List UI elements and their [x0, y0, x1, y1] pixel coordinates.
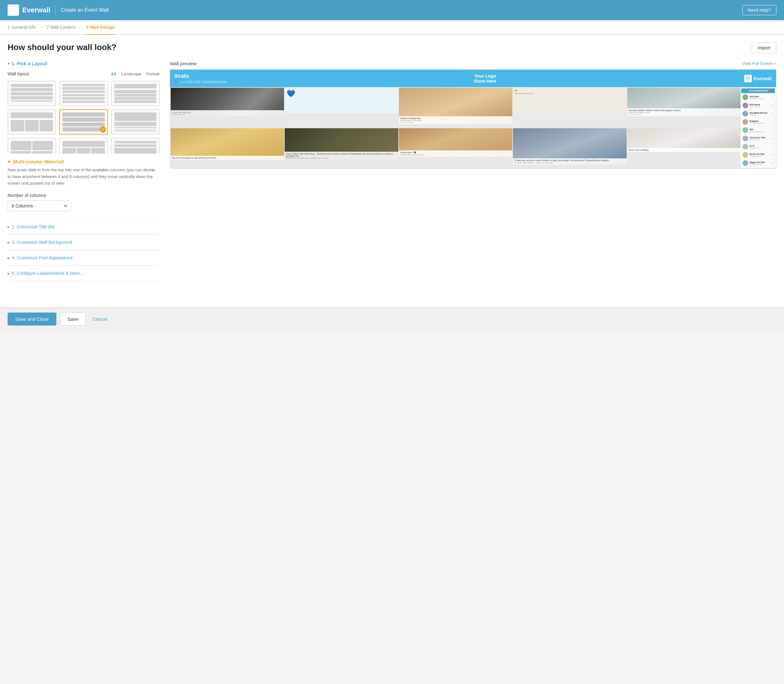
svg-rect-4 [748, 76, 750, 78]
columns-section: Number of columns 4 Columns 5 Columns 6 … [8, 193, 160, 211]
preview-sidebar-item-2: Pets Meow @petsmeow... 2 [741, 102, 775, 110]
expand-leaderboards-label: 5. Configure Leaderboards & More... [12, 271, 84, 276]
filter-portrait[interactable]: Portrait [146, 71, 160, 76]
pick-layout-label: 1. Pick a Layout [11, 61, 47, 66]
svg-rect-1 [14, 7, 16, 10]
wall-preview-header: Wall preview View Full Screen » [170, 61, 776, 66]
preview-logo-icon [744, 75, 752, 82]
layout-description: New posts slide in from the top into one… [8, 167, 160, 187]
layout-item-6[interactable] [111, 109, 160, 135]
layout-item-3[interactable] [111, 81, 160, 106]
expand-wall-bg-label: 3. Customize Wall Background [12, 240, 72, 245]
wall-preview-label: Wall preview [170, 61, 196, 66]
filter-links: All · Landscape · Portrait [111, 71, 160, 76]
breadcrumb-step1[interactable]: 1 General Info [8, 25, 36, 30]
help-button[interactable]: Need Help? [742, 5, 776, 15]
save-and-close-button[interactable]: Save and Close [8, 313, 56, 326]
preview-post-8: Those eyes • 💙 Poshboy And Halos @possh.… [399, 128, 512, 157]
expand-leaderboards[interactable]: ▸ 5. Configure Leaderboards & More... [8, 265, 160, 281]
wall-preview-frame: #cats 🐦 𝕏 ✉ JOIN THE CONVERSATION Your L… [170, 69, 776, 169]
preview-sidebar-item-6: Cat Lovers Club @catloversc... 6 [741, 135, 775, 142]
preview-post-1: Tango-Cath ✿@tango... 30 minutes ago [171, 88, 284, 116]
logo-icon [8, 5, 19, 16]
layout-item-1[interactable] [8, 81, 56, 106]
layout-item-2[interactable] [59, 81, 108, 106]
preview-sidebar-header: LEADERBOARD [741, 88, 775, 93]
layout-item-4[interactable] [8, 109, 56, 135]
wall-layout-label: Wall layout [8, 71, 29, 76]
preview-sidebar: LEADERBOARD cats lover @catslovers cats … [740, 88, 776, 168]
svg-rect-2 [14, 10, 16, 13]
expand-post-appearance[interactable]: ▸ 4. Customize Post Appearance [8, 250, 160, 265]
preview-sidebar-item-9: Happy Cat Club @happycatclub... 9 [741, 159, 775, 167]
expand-title-bar[interactable]: ▸ 2. Customize Title Bar [8, 219, 160, 234]
preview-hashtag: #cats [174, 73, 226, 79]
breadcrumb: 1 General Info → 2 Wall Content → 3 Wall… [0, 20, 784, 35]
preview-post-7: Poor Carbon had it all wrong... Thinking… [285, 128, 398, 160]
page-header: How should your wall look? Import [8, 42, 776, 53]
preview-posts-grid: Tango-Cath ✿@tango... 30 minutes ago 💙 [171, 88, 740, 168]
preview-sidebar-item-3: Itzie Bitzie Rescue @itzieb... 3 [741, 110, 775, 118]
layout-item-5-selected[interactable]: ✓ [59, 109, 108, 135]
right-column: Wall preview View Full Screen » #cats 🐦 … [170, 61, 776, 281]
layout-check-icon: ✓ [100, 126, 106, 133]
main-content: How should your wall look? Import ▾ 1. P… [0, 35, 784, 307]
save-button[interactable]: Save [60, 313, 85, 326]
preview-post-3: #kittens #badhairday The Borderle's @bor… [399, 88, 512, 124]
expand-arrow-1: ▸ [8, 224, 10, 229]
expand-wall-bg[interactable]: ▸ 3. Customize Wall Background [8, 234, 160, 250]
cancel-button[interactable]: Cancel [89, 313, 111, 325]
page-title: How should your wall look? [8, 42, 116, 52]
expand-arrow-2: ▸ [8, 240, 10, 245]
svg-rect-3 [746, 77, 748, 79]
preview-post-2: 💙 [285, 88, 398, 113]
preview-post-5: #bunnies #kitties #kittens #kittensofins… [627, 88, 740, 116]
layout-item-7[interactable] [8, 138, 56, 153]
expand-arrow-3: ▸ [8, 255, 10, 260]
footer: Save and Close Save Cancel [0, 307, 784, 331]
preview-sidebar-item-5: Kaf~ @columekatcats... 5 [741, 126, 775, 134]
pick-layout-header: ▾ 1. Pick a Layout [8, 61, 160, 66]
layout-item-9[interactable] [111, 138, 160, 153]
preview-logo-text: Everwall [753, 76, 772, 81]
logo-area: Everwall [8, 5, 50, 16]
import-button[interactable]: Import [752, 42, 776, 53]
expand-post-appearance-label: 4. Customize Post Appearance [12, 255, 73, 260]
expand-title-bar-label: 2. Customize Title Bar [12, 224, 55, 229]
breadcrumb-arrow1: → [39, 25, 44, 30]
breadcrumb-step3[interactable]: 3 Wall Design [86, 25, 115, 35]
preview-social-icons: 🐦 𝕏 ✉ JOIN THE CONVERSATION [174, 81, 226, 84]
wall-layout-header: Wall layout All · Landscape · Portrait [8, 71, 160, 76]
svg-rect-0 [10, 8, 13, 11]
app-header: Everwall Create an Event Wall Need Help? [0, 0, 784, 20]
preview-sidebar-item-1: cats lover @catslovers cats 1 [741, 94, 775, 101]
section-toggle-icon: ▾ [8, 61, 10, 66]
filter-landscape[interactable]: Landscape [121, 71, 142, 76]
logo-text: Everwall [22, 6, 50, 14]
columns-select[interactable]: 4 Columns 5 Columns 6 Columns 7 Columns … [8, 200, 71, 211]
preview-content-area: Tango-Cath ✿@tango... 30 minutes ago 💙 [170, 87, 776, 168]
preview-sidebar-item-7: Jo Si @jominsuh... 7 [741, 143, 775, 151]
preview-post-9: I'll take any excuse to watch #kittens a… [513, 128, 626, 165]
preview-left: #cats 🐦 𝕏 ✉ JOIN THE CONVERSATION [174, 73, 226, 84]
view-fullscreen-link[interactable]: View Full Screen » [742, 61, 776, 66]
layout-item-8[interactable] [59, 138, 108, 153]
breadcrumb-arrow2: → [79, 25, 83, 30]
layout-grid: ✓ [8, 81, 160, 153]
selected-layout-name: ● Multi-column Waterfall [8, 159, 160, 165]
content-row: ▾ 1. Pick a Layout Wall layout All · Lan… [8, 61, 776, 281]
svg-rect-5 [748, 79, 750, 80]
expand-arrow-4: ▸ [8, 271, 10, 276]
columns-label: Number of columns [8, 193, 160, 198]
preview-logo-center: Your Logo Goes Here [474, 73, 496, 84]
preview-logo-right: Everwall [744, 75, 772, 82]
preview-post-6: My cats front paws so cute what do you t… [171, 128, 284, 160]
breadcrumb-step2[interactable]: 2 Wall Content [47, 25, 75, 30]
filter-all[interactable]: All [111, 71, 116, 76]
header-left: Everwall Create an Event Wall [8, 5, 109, 16]
preview-header-bar: #cats 🐦 𝕏 ✉ JOIN THE CONVERSATION Your L… [170, 70, 776, 87]
preview-post-10: Mimir loves cuddling [627, 128, 740, 152]
left-column: ▾ 1. Pick a Layout Wall layout All · Lan… [8, 61, 160, 281]
header-divider [55, 5, 56, 15]
header-subtitle: Create an Event Wall [61, 7, 109, 13]
